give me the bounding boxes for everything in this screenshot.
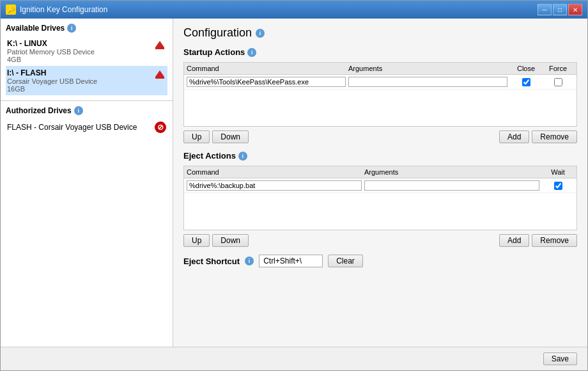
remove-auth-icon[interactable]: ⊘ [155,122,166,133]
main-content: Available Drives i K:\ - LINUX Patriot M… [1,19,587,347]
drive-k-eject-icon [153,39,166,52]
eject-row-0-command-cell [187,180,364,191]
config-info-icon[interactable]: i [256,29,265,38]
eject-col-arguments: Arguments [364,168,542,176]
app-icon: 🔑 [6,4,16,15]
eject-down-button[interactable]: Down [212,234,249,247]
available-drives-info-icon[interactable]: i [67,24,76,33]
authorized-drives-label: Authorized Drives [6,106,72,115]
drive-k-name: K:\ - LINUX [7,39,153,48]
title-bar-left: 🔑 Ignition Key Configuration [6,4,107,15]
title-bar-controls: ─ □ ✕ [538,4,582,15]
eject-row-0-arguments-cell [364,180,542,191]
eject-col-wait: Wait [542,168,574,176]
config-title-text: Configuration [183,26,252,40]
eject-row-0-wait-cell [542,182,574,190]
startup-table-body [184,75,576,126]
left-panel: Available Drives i K:\ - LINUX Patriot M… [1,19,173,347]
eject-shortcut-row: Eject Shortcut i Clear [183,255,577,267]
drive-item-k[interactable]: K:\ - LINUX Patriot Memory USB Device 4G… [6,36,167,66]
eject-nav-buttons: Up Down [183,234,249,247]
eject-add-button[interactable]: Add [499,234,529,247]
startup-row-0 [184,75,576,90]
svg-marker-3 [155,70,164,77]
right-panel: Configuration i Startup Actions i Comman… [173,19,587,347]
startup-down-button[interactable]: Down [212,130,249,143]
config-title: Configuration i [183,26,577,40]
eject-shortcut-input[interactable] [259,255,323,267]
startup-row-0-arguments-cell [348,77,510,87]
eject-right-buttons: Add Remove [499,234,577,247]
eject-actions-info-icon[interactable]: i [238,152,247,161]
startup-col-command: Command [187,65,348,72]
eject-row-0-command-input[interactable] [187,180,362,191]
startup-actions-info-icon[interactable]: i [247,48,256,57]
drive-i-name: I:\ - FLASH [7,68,153,77]
drive-i-info: I:\ - FLASH Corsair Voyager USB Device 1… [7,68,153,93]
authorized-drives-info-icon[interactable]: i [74,106,83,115]
drive-k-info: K:\ - LINUX Patriot Memory USB Device 4G… [7,39,153,63]
drive-k-size: 4GB [7,56,153,63]
startup-up-button[interactable]: Up [183,130,210,143]
svg-rect-2 [155,77,164,79]
svg-rect-0 [155,47,164,49]
drive-i-size: 16GB [7,85,153,93]
eject-row-0-wait-checkbox[interactable] [554,182,562,190]
window-title: Ignition Key Configuration [20,5,107,14]
eject-remove-button[interactable]: Remove [532,234,577,247]
drive-item-i[interactable]: I:\ - FLASH Corsair Voyager USB Device 1… [6,66,167,95]
startup-col-close: Close [510,65,542,72]
startup-actions-label: Startup Actions [183,47,245,57]
minimize-button[interactable]: ─ [538,4,552,15]
eject-action-buttons: Up Down Add Remove [183,234,577,247]
eject-actions-block: Eject Actions i Command Arguments Wait [183,151,577,247]
eject-table: Command Arguments Wait [183,166,577,230]
drive-k-sub: Patriot Memory USB Device [7,48,153,56]
startup-row-0-command-input[interactable] [187,77,346,87]
bottom-bar: Save [1,347,587,370]
startup-add-button[interactable]: Add [499,130,529,143]
main-window: 🔑 Ignition Key Configuration ─ □ ✕ Avail… [0,0,588,371]
startup-row-0-close-checkbox[interactable] [522,78,530,86]
startup-actions-block: Startup Actions i Command Arguments Clos… [183,47,577,143]
clear-button[interactable]: Clear [328,255,363,267]
eject-actions-title: Eject Actions i [183,151,577,161]
eject-shortcut-info-icon[interactable]: i [245,257,254,265]
title-bar: 🔑 Ignition Key Configuration ─ □ ✕ [1,1,587,19]
startup-table-header: Command Arguments Close Force [184,63,576,75]
maximize-button[interactable]: □ [553,4,567,15]
startup-row-0-close-cell [510,78,542,86]
startup-row-0-force-cell [542,78,574,86]
available-drives-label: Available Drives [6,24,65,33]
eject-table-body [184,178,576,230]
startup-action-buttons: Up Down Add Remove [183,130,577,143]
startup-remove-button[interactable]: Remove [532,130,577,143]
authorized-drives-section: Authorized Drives i FLASH - Corsair Voya… [1,101,173,347]
drive-i-sub: Corsair Voyager USB Device [7,77,153,85]
startup-col-force: Force [542,65,574,72]
auth-flash-name: FLASH - Corsair Voyager USB Device [7,123,137,132]
eject-up-button[interactable]: Up [183,234,210,247]
startup-right-buttons: Add Remove [499,130,577,143]
eject-table-header: Command Arguments Wait [184,166,576,178]
eject-row-0-arguments-input[interactable] [364,180,539,191]
startup-row-0-command-cell [187,77,348,87]
eject-row-0 [184,178,576,193]
startup-row-0-force-checkbox[interactable] [554,78,562,86]
svg-marker-1 [155,41,164,47]
available-drives-section: Available Drives i K:\ - LINUX Patriot M… [1,19,173,101]
eject-col-command: Command [187,168,364,176]
eject-shortcut-label: Eject Shortcut [183,257,240,266]
eject-actions-label: Eject Actions [183,151,236,161]
auth-item-flash[interactable]: FLASH - Corsair Voyager USB Device ⊘ [6,119,167,136]
startup-col-arguments: Arguments [348,65,510,72]
available-drives-header: Available Drives i [6,24,167,33]
startup-table: Command Arguments Close Force [183,62,577,127]
drive-i-eject-icon [153,68,166,81]
save-button[interactable]: Save [543,352,577,365]
startup-actions-title: Startup Actions i [183,47,577,57]
startup-nav-buttons: Up Down [183,130,249,143]
authorized-drives-header: Authorized Drives i [6,106,167,115]
startup-row-0-arguments-input[interactable] [348,77,507,87]
close-button[interactable]: ✕ [568,4,582,15]
